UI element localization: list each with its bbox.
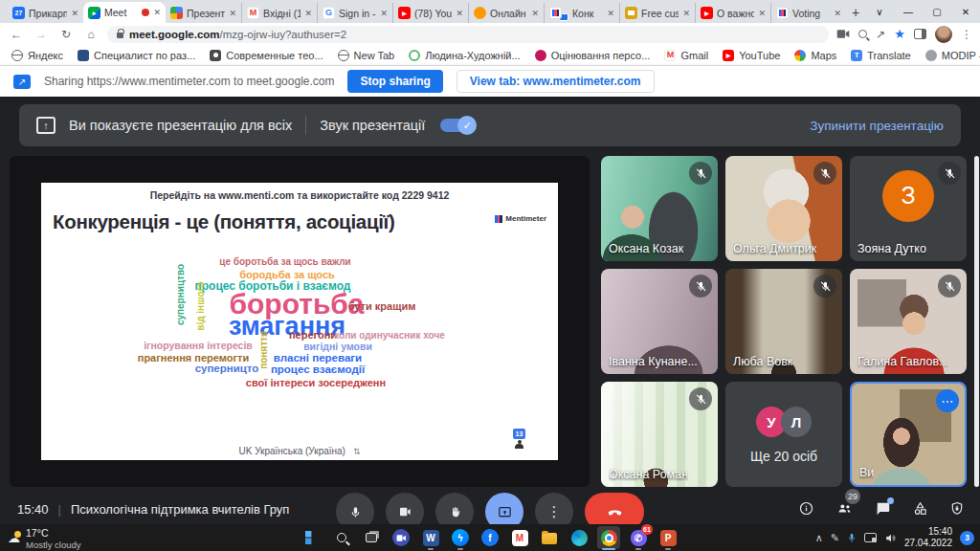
- view-tab-button[interactable]: View tab: www.mentimeter.com: [457, 70, 655, 93]
- bookmark-item-7[interactable]: MGmail: [664, 50, 708, 61]
- chat-button[interactable]: [875, 500, 891, 517]
- open-indicator: [602, 548, 615, 550]
- tray-volume-icon[interactable]: [884, 532, 897, 544]
- bookmark-item-11[interactable]: MODIP - Aristotle...: [925, 50, 980, 61]
- taskbar-edge-icon[interactable]: [568, 526, 590, 549]
- browser-tab-7[interactable]: Онлайн✕: [468, 3, 544, 23]
- tray-cast-icon[interactable]: [864, 533, 877, 542]
- tray-chevron-icon[interactable]: ∧: [815, 532, 823, 544]
- bookmark-item-10[interactable]: TTranslate: [851, 50, 910, 61]
- tab-camera-in-use-icon[interactable]: [836, 29, 850, 39]
- tab-close-icon[interactable]: ✕: [456, 9, 463, 18]
- browser-tab-4[interactable]: MВхідні (1✕: [241, 3, 317, 23]
- taskbar-viber-icon[interactable]: ✆61: [627, 526, 650, 549]
- tab-close-icon[interactable]: ✕: [758, 9, 766, 18]
- bookmark-item-8[interactable]: ▶YouTube: [723, 50, 780, 61]
- chat-notification-dot: [887, 497, 894, 504]
- share-icon[interactable]: ↗: [876, 28, 885, 41]
- taskbar-explorer-icon[interactable]: [538, 526, 561, 549]
- bookmark-star-icon[interactable]: ★: [894, 27, 905, 41]
- host-controls-button[interactable]: [949, 500, 965, 517]
- bookmark-item-5[interactable]: Людина-Художній...: [409, 50, 520, 61]
- bookmark-item-4[interactable]: New Tab: [338, 50, 395, 61]
- taskbar-camera-app-icon[interactable]: [390, 526, 412, 549]
- back-button[interactable]: ←: [8, 28, 25, 41]
- weather-widget[interactable]: ☁ 17°C Mostly cloudy: [8, 527, 81, 550]
- close-button[interactable]: ✕: [951, 0, 980, 23]
- cloud-word-8: від іншого: [196, 281, 206, 330]
- taskbar-messenger-icon[interactable]: ϟ: [449, 526, 472, 549]
- people-button[interactable]: 29: [835, 500, 854, 517]
- address-bar[interactable]: meet.google.com/mzg-ojrw-iuy?authuser=2: [107, 26, 829, 43]
- restore-button[interactable]: ▢: [923, 0, 951, 23]
- tab-strip-tabs: 27Прикарп✕▸Meet✕Презента✕MВхідні (1✕GSig…: [8, 0, 846, 23]
- browser-tab-11[interactable]: Voting✕: [770, 3, 846, 23]
- taskbar-facebook-icon[interactable]: f: [479, 526, 501, 549]
- participant-tile-9[interactable]: Ви⋯: [850, 382, 967, 487]
- tab-close-icon[interactable]: ✕: [531, 9, 539, 18]
- taskbar-mail-icon[interactable]: M: [508, 526, 531, 549]
- new-tab-button[interactable]: +: [846, 2, 865, 23]
- bookmark-item-2[interactable]: Специалист по раз...: [78, 50, 195, 61]
- taskbar-search-icon[interactable]: [330, 526, 353, 549]
- browser-tab-3[interactable]: Презента✕: [166, 3, 241, 23]
- tab-close-icon[interactable]: ✕: [607, 9, 614, 18]
- taskbar-clock[interactable]: 15:40 27.04.2022: [904, 526, 952, 549]
- zoom-icon[interactable]: [858, 30, 867, 38]
- minimize-button[interactable]: —: [894, 0, 923, 23]
- browser-tab-5[interactable]: GSign in -✕: [317, 3, 392, 23]
- bookmark-item-9[interactable]: Maps: [794, 50, 836, 61]
- tab-close-icon[interactable]: ✕: [71, 9, 78, 18]
- tab-close-icon[interactable]: ✕: [229, 9, 236, 18]
- side-panel-icon[interactable]: [914, 29, 926, 39]
- meeting-details-button[interactable]: [798, 500, 814, 517]
- browser-tab-10[interactable]: ▶О важно✕: [695, 3, 770, 23]
- taskbar-chrome-icon[interactable]: [597, 526, 620, 549]
- participant-tile-7[interactable]: Оксана Роман: [601, 382, 718, 487]
- home-button[interactable]: ⌂: [82, 28, 100, 41]
- participant-tile-4[interactable]: Іванна Кунане...: [601, 269, 718, 374]
- browser-toolbar: ← → ↻ ⌂ meet.google.com/mzg-ojrw-iuy?aut…: [0, 23, 980, 45]
- taskbar-powerpoint-icon[interactable]: P: [657, 526, 679, 549]
- participants-scrollbar[interactable]: [974, 156, 979, 487]
- tab-close-icon[interactable]: ✕: [304, 9, 312, 18]
- browser-menu-icon[interactable]: ⋮: [961, 28, 972, 41]
- browser-tab-2[interactable]: ▸Meet✕: [83, 2, 166, 23]
- browser-tab-1[interactable]: 27Прикарп✕: [8, 3, 83, 23]
- participant-tile-1[interactable]: Оксана Козак: [601, 156, 718, 261]
- language-expand-icon[interactable]: ⇅: [353, 447, 361, 456]
- taskbar-taskview-icon[interactable]: [360, 526, 383, 549]
- taskbar-word-icon[interactable]: W: [419, 526, 442, 549]
- presentation-stage[interactable]: Перейдіть на www.menti.com та використай…: [10, 156, 590, 487]
- participant-tile-5[interactable]: Люба Вовк: [725, 269, 842, 374]
- stop-presentation-link[interactable]: Зупинити презентацію: [810, 119, 944, 133]
- taskbar-start-icon[interactable]: [301, 526, 323, 549]
- forward-button[interactable]: →: [33, 28, 50, 41]
- participant-tile-2[interactable]: Ольга Дмитрик: [725, 156, 842, 261]
- tray-mic-icon[interactable]: [847, 532, 857, 544]
- bookmark-item-6[interactable]: Оцінювання персо...: [535, 50, 651, 61]
- notification-count-badge[interactable]: 3: [960, 531, 974, 545]
- participant-name: Зояна Дутко: [858, 242, 926, 255]
- tab-search-icon[interactable]: ∨: [865, 0, 894, 23]
- stop-sharing-button[interactable]: Stop sharing: [347, 70, 442, 93]
- reload-button[interactable]: ↻: [57, 28, 75, 41]
- self-options-icon[interactable]: ⋯: [936, 389, 959, 412]
- tray-pen-icon[interactable]: ✎: [831, 532, 839, 544]
- tab-close-icon[interactable]: ✕: [834, 9, 841, 18]
- tab-close-icon[interactable]: ✕: [682, 9, 690, 18]
- browser-tab-8[interactable]: Конк✕: [544, 3, 619, 23]
- profile-avatar[interactable]: [935, 26, 952, 43]
- presentation-audio-toggle[interactable]: ✓: [440, 119, 475, 132]
- browser-tab-9[interactable]: Free cust✕: [619, 3, 695, 23]
- participant-tile-8[interactable]: УЛЩе 20 осіб: [725, 382, 842, 487]
- bookmark-item-3[interactable]: Современные тео...: [210, 50, 323, 61]
- language-selector[interactable]: UK Українська (Україна): [239, 446, 345, 456]
- participant-tile-6[interactable]: Галина Гавлов...: [850, 269, 967, 374]
- activities-button[interactable]: [912, 500, 928, 517]
- tab-close-icon[interactable]: ✕: [380, 9, 388, 18]
- bookmark-item-1[interactable]: Яндекс: [11, 50, 63, 61]
- participant-tile-3[interactable]: ЗЗояна Дутко: [850, 156, 967, 261]
- tab-close-icon[interactable]: ✕: [153, 8, 161, 17]
- browser-tab-6[interactable]: ▶(78) YouT✕: [392, 3, 468, 23]
